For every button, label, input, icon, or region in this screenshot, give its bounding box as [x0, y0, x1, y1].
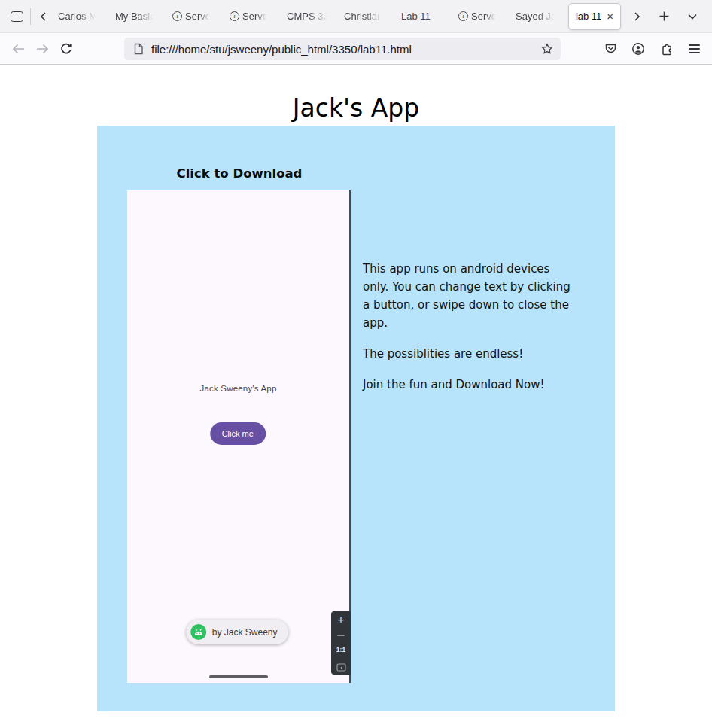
info-icon: i [230, 11, 239, 21]
tab-lab-11[interactable]: Lab 11 [397, 0, 454, 32]
tab-title: Carlos M [58, 11, 97, 22]
url-text[interactable]: file:///home/stu/jsweeny/public_html/335… [151, 43, 535, 56]
tab-lab11-active[interactable]: lab 11 × [568, 3, 621, 30]
author-chip-label: by Jack Sweeny [212, 627, 278, 638]
zoom-out-button[interactable] [337, 635, 345, 636]
tab-server-1[interactable]: i Serve [168, 0, 225, 32]
menu-button[interactable] [682, 37, 706, 61]
close-tab-icon[interactable]: × [607, 11, 613, 22]
tab-title: CMPS 33 [287, 11, 329, 22]
download-highlight-box: Click to Download Jack Sweeny's App Clic… [97, 126, 615, 711]
back-arrow-icon [12, 44, 25, 54]
android-phone-preview[interactable]: Jack Sweeny's App Click me by Jack Sween… [127, 190, 351, 683]
chevron-right-icon [631, 11, 642, 22]
possibilities-paragraph: The possiblities are endless! [363, 345, 578, 363]
tab-title: Serve [471, 11, 497, 22]
account-button[interactable] [626, 37, 650, 61]
tab-strip: Carlos M My Basic i Serve i Serve CMPS 3… [53, 0, 621, 32]
description-paragraph: This app runs on android devices only. Y… [363, 260, 578, 332]
tab-sayed[interactable]: Sayed Ja [511, 0, 568, 32]
fit-to-window-icon [336, 663, 346, 672]
forward-arrow-icon [36, 44, 49, 54]
page-icon [133, 43, 144, 55]
tab-server-3[interactable]: i Serve [454, 0, 511, 32]
tab-title: Serve [185, 11, 211, 22]
tab-carlos[interactable]: Carlos M [53, 0, 111, 32]
reload-button[interactable] [54, 37, 78, 61]
phone-app-title: Jack Sweeny's App [127, 384, 349, 393]
puzzle-piece-icon [660, 43, 673, 56]
tab-title: Serve [242, 11, 268, 22]
reload-icon [60, 43, 72, 55]
tab-bar: Carlos M My Basic i Serve i Serve CMPS 3… [0, 0, 712, 33]
download-heading[interactable]: Click to Download [127, 166, 351, 181]
page-title: Jack's App [0, 93, 712, 123]
android-robot-icon [190, 624, 206, 640]
app-description: This app runs on android devices only. Y… [363, 260, 578, 407]
navigation-toolbar: file:///home/stu/jsweeny/public_html/335… [0, 33, 712, 65]
extensions-button[interactable] [654, 37, 678, 61]
tab-title: Sayed Ja [516, 11, 556, 22]
info-icon: i [172, 11, 182, 21]
author-chip: by Jack Sweeny [186, 620, 289, 644]
account-icon [631, 42, 645, 56]
tab-server-2[interactable]: i Serve [225, 0, 282, 32]
scroll-tabs-right-button[interactable] [627, 5, 647, 28]
star-icon [541, 43, 553, 55]
hamburger-menu-icon [689, 44, 700, 53]
pocket-icon [604, 43, 617, 55]
bookmark-star-button[interactable] [541, 43, 553, 55]
browser-window: Carlos M My Basic i Serve i Serve CMPS 3… [0, 0, 712, 728]
tab-title: lab 11 [576, 11, 601, 22]
page-content: Jack's App Click to Download Jack Sweeny… [0, 65, 712, 728]
gesture-navigation-pill[interactable] [209, 675, 268, 678]
join-paragraph: Join the fun and Download Now! [363, 376, 578, 394]
pocket-button[interactable] [598, 37, 622, 61]
tab-my-basic[interactable]: My Basic [111, 0, 168, 32]
tab-title: Christian [344, 11, 382, 22]
tabbar-separator [30, 8, 31, 25]
fit-to-window-button[interactable] [336, 663, 346, 672]
list-all-tabs-button[interactable] [681, 5, 704, 28]
plus-icon [659, 11, 670, 22]
tabbar-right-controls [627, 5, 704, 28]
url-bar[interactable]: file:///home/stu/jsweeny/public_html/335… [124, 38, 561, 60]
emulator-zoom-toolbar: + 1:1 [331, 611, 351, 675]
tab-title: Lab 11 [401, 11, 431, 22]
new-tab-button[interactable] [653, 5, 675, 28]
chevron-down-icon [687, 11, 698, 22]
chevron-left-icon [38, 11, 49, 22]
tab-christian[interactable]: Christian [339, 0, 397, 32]
zoom-scale-button[interactable]: 1:1 [336, 646, 345, 653]
forward-button[interactable] [30, 37, 54, 61]
scroll-tabs-left-button[interactable] [34, 5, 53, 28]
tab-cmps[interactable]: CMPS 33 [282, 0, 339, 32]
firefox-view-icon [11, 11, 23, 22]
tab-title: My Basic [115, 11, 155, 22]
click-me-button[interactable]: Click me [210, 422, 266, 445]
zoom-in-button[interactable]: + [338, 614, 345, 625]
toolbar-right-controls [598, 33, 706, 65]
info-icon: i [458, 11, 468, 21]
firefox-view-button[interactable] [5, 5, 28, 28]
back-button[interactable] [6, 37, 30, 61]
